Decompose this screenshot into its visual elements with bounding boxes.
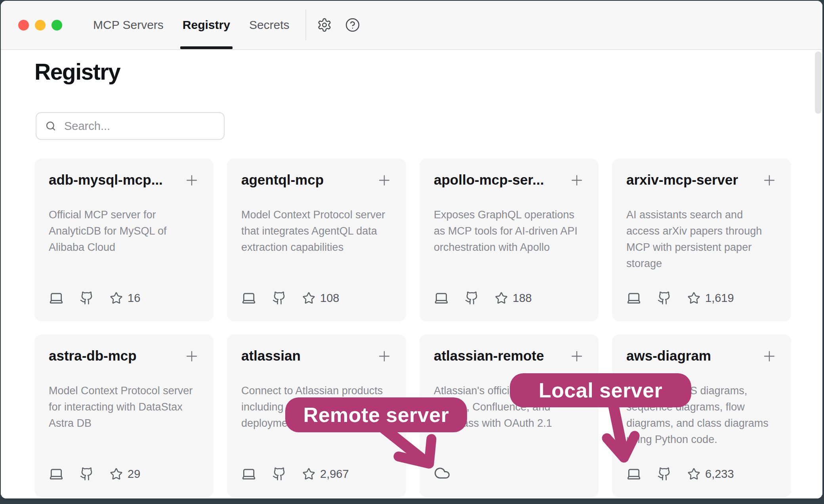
card-header: atlassian xyxy=(241,348,392,364)
github-repo-icon[interactable] xyxy=(272,467,286,481)
help-icon[interactable] xyxy=(345,17,360,32)
server-description: Exposes GraphQL operations as MCP tools … xyxy=(434,207,584,256)
search-input[interactable] xyxy=(63,119,224,133)
remote-server-cloud-icon xyxy=(434,465,450,481)
add-server-icon[interactable] xyxy=(184,173,199,188)
github-stars: 16 xyxy=(110,292,140,305)
github-repo-icon[interactable] xyxy=(657,467,671,481)
server-description: Model Context Protocol server for intera… xyxy=(49,383,199,431)
github-stars: 188 xyxy=(495,292,532,305)
add-server-icon[interactable] xyxy=(762,349,777,364)
add-server-icon[interactable] xyxy=(184,349,199,364)
local-server-laptop-icon xyxy=(49,290,64,305)
server-card[interactable]: agentql-mcp Model Context Protocol serve… xyxy=(227,158,406,321)
star-icon xyxy=(302,468,315,481)
star-icon xyxy=(110,468,123,481)
github-repo-icon[interactable] xyxy=(80,467,94,481)
github-repo-icon[interactable] xyxy=(80,291,94,305)
minimize-window-button[interactable] xyxy=(35,20,46,31)
search-icon xyxy=(45,120,56,132)
github-stars: 6,233 xyxy=(687,468,734,481)
scrollbar-thumb[interactable] xyxy=(815,52,822,114)
search-box[interactable] xyxy=(36,112,225,140)
server-name: aws-diagram xyxy=(626,348,711,364)
star-icon xyxy=(495,292,508,305)
github-repo-icon[interactable] xyxy=(272,291,286,305)
card-footer: 1,619 xyxy=(626,290,777,305)
card-footer: 6,233 xyxy=(626,466,777,481)
star-count: 29 xyxy=(128,468,140,481)
github-stars: 108 xyxy=(302,292,339,305)
server-name: agentql-mcp xyxy=(241,172,324,188)
star-icon xyxy=(687,468,700,481)
card-footer: 29 xyxy=(49,466,199,481)
server-name: astra-db-mcp xyxy=(49,348,137,364)
server-name: arxiv-mcp-server xyxy=(626,172,738,188)
card-header: adb-mysql-mcp... xyxy=(49,172,199,188)
titlebar-divider xyxy=(305,10,306,40)
card-header: astra-db-mcp xyxy=(49,348,199,364)
local-server-laptop-icon xyxy=(49,466,64,481)
main-tabs: MCP ServersRegistrySecrets xyxy=(93,1,290,49)
desktop-background: MCP ServersRegistrySecrets Registry adb-… xyxy=(0,0,824,504)
server-name: apollo-mcp-ser... xyxy=(434,172,544,188)
server-card[interactable]: arxiv-mcp-server AI assistants search an… xyxy=(612,158,791,321)
add-server-icon[interactable] xyxy=(377,349,392,364)
server-name: atlassian xyxy=(241,348,301,364)
page-title: Registry xyxy=(34,59,120,85)
close-window-button[interactable] xyxy=(18,20,29,31)
local-server-laptop-icon xyxy=(241,290,256,305)
card-header: arxiv-mcp-server xyxy=(626,172,777,188)
settings-gear-icon[interactable] xyxy=(317,17,332,32)
github-repo-icon[interactable] xyxy=(657,291,671,305)
star-count: 2,967 xyxy=(320,468,349,481)
github-stars: 29 xyxy=(110,468,140,481)
server-card[interactable]: apollo-mcp-ser... Exposes GraphQL operat… xyxy=(420,158,599,321)
github-repo-icon[interactable] xyxy=(465,291,479,305)
card-footer: 16 xyxy=(49,290,199,305)
add-server-icon[interactable] xyxy=(569,173,584,188)
star-count: 188 xyxy=(513,292,532,305)
card-header: aws-diagram xyxy=(626,348,777,364)
tab-secrets[interactable]: Secrets xyxy=(249,1,290,49)
add-server-icon[interactable] xyxy=(762,173,777,188)
window-controls xyxy=(18,20,62,31)
star-icon xyxy=(302,292,315,305)
callout-remote-server: Remote server xyxy=(285,397,467,432)
add-server-icon[interactable] xyxy=(569,349,584,364)
star-count: 108 xyxy=(320,292,339,305)
card-footer xyxy=(434,465,584,481)
card-footer: 108 xyxy=(241,290,392,305)
title-bar: MCP ServersRegistrySecrets xyxy=(1,1,822,50)
local-server-laptop-icon xyxy=(434,290,449,305)
card-footer: 188 xyxy=(434,290,584,305)
server-card[interactable]: aws-diagram Generate AWS diagrams, seque… xyxy=(612,334,791,497)
card-header: apollo-mcp-ser... xyxy=(434,172,584,188)
star-count: 6,233 xyxy=(705,468,734,481)
server-card-grid: adb-mysql-mcp... Official MCP server for… xyxy=(34,158,791,497)
tab-registry[interactable]: Registry xyxy=(183,1,230,49)
github-stars: 2,967 xyxy=(302,468,349,481)
star-count: 16 xyxy=(128,292,140,305)
star-icon xyxy=(110,292,123,305)
add-server-icon[interactable] xyxy=(377,173,392,188)
zoom-window-button[interactable] xyxy=(52,20,62,31)
server-description: Model Context Protocol server that integ… xyxy=(241,207,392,256)
card-footer: 2,967 xyxy=(241,466,392,481)
local-server-laptop-icon xyxy=(626,290,641,305)
star-count: 1,619 xyxy=(705,292,734,305)
server-name: atlassian-remote xyxy=(434,348,544,364)
star-icon xyxy=(687,292,700,305)
tab-mcp-servers[interactable]: MCP Servers xyxy=(93,1,164,49)
local-server-laptop-icon xyxy=(626,466,641,481)
server-card[interactable]: adb-mysql-mcp... Official MCP server for… xyxy=(34,158,214,321)
local-server-laptop-icon xyxy=(241,466,256,481)
server-name: adb-mysql-mcp... xyxy=(49,172,163,188)
card-header: atlassian-remote xyxy=(434,348,584,364)
card-header: agentql-mcp xyxy=(241,172,392,188)
server-description: Official MCP server for AnalyticDB for M… xyxy=(49,207,199,256)
server-description: AI assistants search and access arXiv pa… xyxy=(626,207,777,272)
callout-local-server: Local server xyxy=(510,373,691,407)
github-stars: 1,619 xyxy=(687,292,734,305)
server-card[interactable]: astra-db-mcp Model Context Protocol serv… xyxy=(34,334,214,497)
